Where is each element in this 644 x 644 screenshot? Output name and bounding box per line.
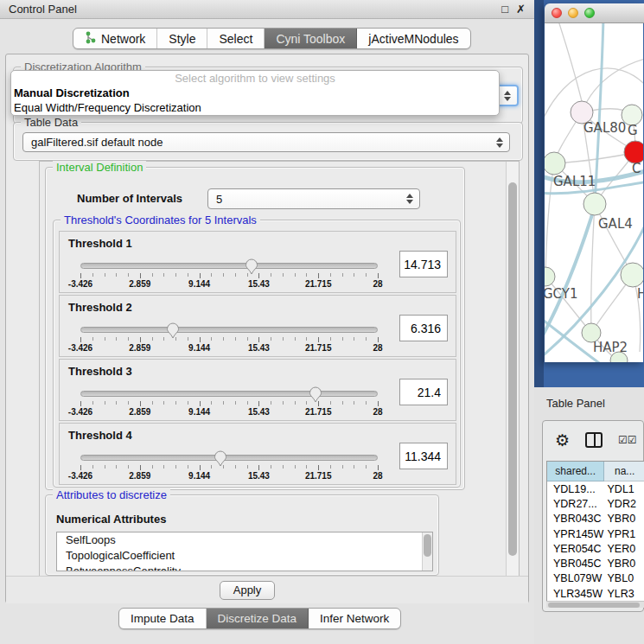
combo-stepper-icon bbox=[406, 194, 413, 204]
threshold-value-field[interactable] bbox=[399, 443, 448, 469]
tab-style[interactable]: Style bbox=[157, 29, 207, 48]
tick-label: 2.859 bbox=[129, 343, 150, 353]
bottom-tab-bar: Impute Data Discretize Data Infer Networ… bbox=[118, 608, 401, 629]
group-title: Threshold's Coordinates for 5 Intervals bbox=[61, 214, 260, 226]
network-node-label: GAL80 bbox=[583, 120, 626, 136]
split-columns-icon[interactable] bbox=[585, 432, 603, 448]
network-window-titlebar[interactable] bbox=[545, 3, 644, 23]
table-cell[interactable]: YDL19... bbox=[547, 483, 605, 495]
attribute-item[interactable]: BetweennessCentrality bbox=[57, 564, 432, 571]
table-data-select[interactable]: galFiltered.sif default node bbox=[22, 132, 510, 152]
network-node-label: GCY1 bbox=[545, 286, 578, 302]
table-cell[interactable]: YDR2 bbox=[605, 498, 644, 510]
slider-track[interactable] bbox=[80, 455, 378, 461]
slider-track[interactable] bbox=[80, 327, 378, 333]
table-panel: ⚙ ☑☑ shared... na... YDL19...YDL1YDR27..… bbox=[542, 420, 644, 612]
network-node[interactable] bbox=[545, 267, 555, 286]
tab-select[interactable]: Select bbox=[207, 29, 265, 48]
table-cell[interactable]: YER0 bbox=[605, 543, 644, 555]
table-row[interactable]: YDR27...YDR2 bbox=[547, 496, 644, 511]
network-canvas[interactable]: GAL80GCGAL11GAL4GCY1HHAP2 bbox=[545, 23, 643, 362]
table-horizontal-scrollbar[interactable] bbox=[546, 601, 644, 608]
gear-icon[interactable]: ⚙ bbox=[555, 432, 570, 449]
table-cell[interactable]: YPR1 bbox=[605, 528, 644, 540]
threshold-3-box: Threshold 3 -3.4262.8599.14415.4321.7152… bbox=[59, 359, 456, 421]
table-cell[interactable]: YDR27... bbox=[547, 498, 605, 510]
tick-label: 2.859 bbox=[129, 407, 150, 417]
threshold-value-field[interactable] bbox=[399, 379, 448, 405]
table-row[interactable]: YLR345WYLR3 bbox=[547, 586, 644, 601]
threshold-4-slider[interactable]: -3.4262.8599.14415.4321.71528 bbox=[80, 455, 378, 481]
tick-label: 2.859 bbox=[129, 279, 150, 289]
checkbox-icons[interactable]: ☑☑ bbox=[618, 434, 637, 446]
settings-scrollbar[interactable] bbox=[506, 162, 519, 582]
tick-label: 9.144 bbox=[188, 343, 210, 353]
group-title: Attributes to discretize bbox=[53, 488, 170, 501]
tab-impute-data[interactable]: Impute Data bbox=[119, 609, 207, 628]
list-scrollbar[interactable] bbox=[422, 532, 432, 571]
close-icon[interactable]: ✗ bbox=[516, 3, 526, 16]
table-cell[interactable]: YBR045C bbox=[547, 558, 605, 570]
table-row[interactable]: YBL079WYBL0 bbox=[547, 571, 644, 586]
group-title: Table Data bbox=[21, 116, 81, 129]
slider-track[interactable] bbox=[80, 391, 378, 397]
attribute-item[interactable]: SelfLoops bbox=[57, 532, 432, 548]
table-cell[interactable]: YER054C bbox=[547, 543, 605, 555]
tab-discretize-data[interactable]: Discretize Data bbox=[207, 609, 309, 628]
scrollbar-thumb[interactable] bbox=[508, 182, 517, 556]
close-traffic-light-icon[interactable] bbox=[552, 8, 562, 18]
table-row[interactable]: YBR045CYBR0 bbox=[547, 556, 644, 571]
network-node[interactable] bbox=[545, 152, 565, 175]
table-cell[interactable]: YLR345W bbox=[547, 588, 605, 600]
tick-label: 21.715 bbox=[305, 407, 332, 417]
minimize-traffic-light-icon[interactable] bbox=[568, 8, 578, 18]
num-intervals-select[interactable]: 5 bbox=[207, 188, 420, 209]
table-row[interactable]: YBR043CYBR0 bbox=[547, 512, 644, 526]
table-cell[interactable]: YPR145W bbox=[547, 528, 605, 540]
table-cell[interactable]: YBR043C bbox=[547, 513, 605, 525]
scrollbar-thumb[interactable] bbox=[548, 603, 640, 608]
table-cell[interactable]: YBL079W bbox=[547, 572, 605, 584]
network-node-label: C bbox=[632, 161, 641, 176]
slider-track[interactable] bbox=[80, 263, 378, 269]
thresholds-group: Threshold's Coordinates for 5 Intervals … bbox=[53, 220, 461, 488]
network-node[interactable] bbox=[583, 193, 606, 215]
table-panel-title: Table Panel bbox=[546, 397, 605, 410]
network-icon bbox=[85, 31, 96, 47]
dropdown-option-equal-width-frequency[interactable]: Equal Width/Frequency Discretization bbox=[11, 100, 499, 115]
dropdown-option-manual-discretization[interactable]: Manual Discretization bbox=[11, 86, 499, 100]
table-row[interactable]: YDL19...YDL1 bbox=[547, 481, 644, 496]
threshold-3-slider[interactable]: -3.4262.8599.14415.4321.71528 bbox=[80, 391, 378, 417]
table-row[interactable]: YPR145WYPR1 bbox=[547, 526, 644, 541]
network-node-label: GAL11 bbox=[553, 174, 596, 189]
column-header-name[interactable]: na... bbox=[604, 462, 644, 481]
table-cell[interactable]: YBR0 bbox=[605, 558, 644, 570]
table-cell[interactable]: YBR0 bbox=[605, 513, 644, 525]
table-cell[interactable]: YLR3 bbox=[605, 588, 644, 600]
network-node[interactable] bbox=[621, 263, 643, 287]
tab-infer-network[interactable]: Infer Network bbox=[309, 609, 400, 628]
network-node-label: G bbox=[628, 123, 638, 138]
table-cell[interactable]: YDL1 bbox=[605, 483, 644, 495]
tick-label: -3.426 bbox=[68, 279, 92, 289]
threshold-1-slider[interactable]: -3.4262.8599.14415.4321.71528 bbox=[80, 263, 378, 289]
control-panel-titlebar: Control Panel □ ✗ bbox=[0, 0, 534, 19]
column-header-shared-name[interactable]: shared... bbox=[547, 462, 604, 481]
tab-network[interactable]: Network bbox=[73, 29, 157, 48]
apply-button[interactable]: Apply bbox=[220, 581, 275, 600]
slider-tick-labels: -3.4262.8599.14415.4321.71528 bbox=[80, 407, 378, 418]
threshold-value-field[interactable] bbox=[399, 251, 448, 277]
attribute-item[interactable]: TopologicalCoefficient bbox=[57, 548, 432, 564]
zoom-traffic-light-icon[interactable] bbox=[584, 8, 595, 18]
tab-cyni-toolbox[interactable]: Cyni Toolbox bbox=[265, 29, 357, 48]
threshold-value-field[interactable] bbox=[399, 315, 448, 341]
slider-tick-labels: -3.4262.8599.14415.4321.71528 bbox=[80, 471, 378, 481]
table-cell[interactable]: YBL0 bbox=[605, 572, 644, 584]
numerical-attributes-list[interactable]: SelfLoopsTopologicalCoefficientBetweenne… bbox=[56, 532, 433, 571]
threshold-2-slider[interactable]: -3.4262.8599.14415.4321.71528 bbox=[80, 327, 378, 353]
table-row[interactable]: YER054CYER0 bbox=[547, 541, 644, 556]
tab-jactivemnodules[interactable]: jActiveMNodules bbox=[357, 29, 469, 48]
float-window-icon[interactable]: □ bbox=[501, 3, 508, 16]
tick-label: -3.426 bbox=[68, 407, 92, 417]
table-toolbar: ⚙ ☑☑ bbox=[543, 421, 643, 459]
